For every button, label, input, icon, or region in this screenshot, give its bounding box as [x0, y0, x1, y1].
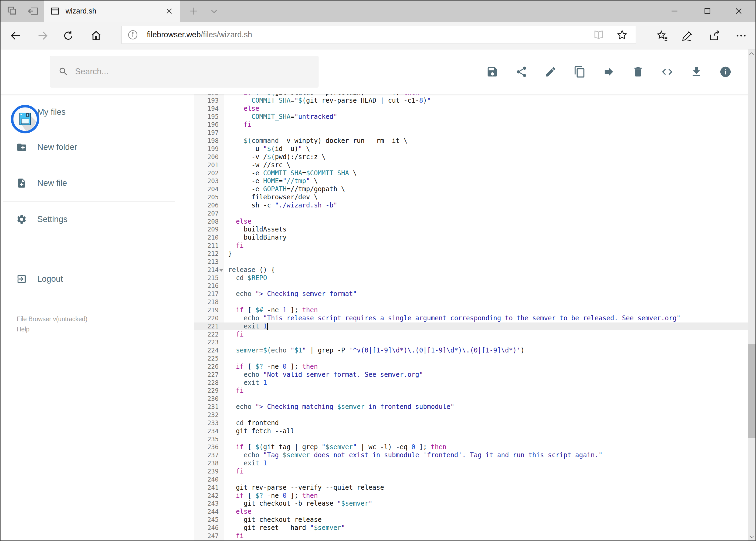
- fold-arrow-icon[interactable]: [219, 269, 223, 272]
- code-line-242[interactable]: 242 if [ $? -ne 0 ]; then: [194, 492, 748, 500]
- refresh-button[interactable]: [58, 22, 79, 49]
- search-bar[interactable]: Search...: [50, 56, 319, 88]
- code-line-215[interactable]: 215 cd $REPO: [194, 274, 748, 282]
- browser-tab[interactable]: wizard.sh: [44, 0, 180, 22]
- code-line-197[interactable]: 197: [194, 129, 748, 137]
- code-line-222[interactable]: 222 fi: [194, 330, 748, 339]
- code-line-225[interactable]: 225: [194, 355, 748, 363]
- code-line-201[interactable]: 201 -w //src \: [194, 161, 748, 169]
- more-options-button[interactable]: [730, 22, 752, 49]
- code-line-235[interactable]: 235: [194, 435, 748, 443]
- code-line-193[interactable]: 193 COMMIT_SHA="$(git rev-parse HEAD | c…: [194, 97, 748, 105]
- code-line-209[interactable]: 209 buildAssets: [194, 226, 748, 234]
- save-button[interactable]: [486, 66, 499, 78]
- move-button[interactable]: [603, 66, 615, 78]
- code-line-205[interactable]: 205 filebrowser/dev \: [194, 194, 748, 202]
- code-line-238[interactable]: 238 exit 1: [194, 459, 748, 467]
- code-line-240[interactable]: 240: [194, 476, 748, 484]
- code-line-199[interactable]: 199 -u "$(id -u)" \: [194, 145, 748, 153]
- sidebar-item-new-folder[interactable]: New folder: [0, 135, 175, 159]
- code-line-198[interactable]: 198 $(command -v winpty) docker run --rm…: [194, 137, 748, 145]
- code-line-211[interactable]: 211 fi: [194, 242, 748, 250]
- scroll-up-icon[interactable]: [748, 51, 755, 57]
- forward-button[interactable]: [32, 22, 54, 49]
- window-maximize-button[interactable]: [695, 0, 720, 22]
- code-line-220[interactable]: 220 echo "This release script requires a…: [194, 314, 748, 322]
- scroll-down-icon[interactable]: [748, 533, 755, 540]
- reading-view-icon[interactable]: [593, 29, 604, 41]
- url-bar[interactable]: filebrowser.web/files/wizard.sh: [122, 26, 636, 44]
- code-line-243[interactable]: 243 git checkout -b release "$semver": [194, 500, 748, 508]
- code-line-246[interactable]: 246 git reset --hard "$semver": [194, 524, 748, 532]
- code-line-207[interactable]: 207: [194, 210, 748, 218]
- code-line-214[interactable]: 214release () {: [194, 266, 748, 274]
- code-line-241[interactable]: 241 git rev-parse --verify --quiet relea…: [194, 484, 748, 492]
- site-info-icon[interactable]: [127, 29, 138, 41]
- favorites-hub-button[interactable]: [651, 22, 673, 49]
- line-number: 218: [194, 298, 219, 306]
- page-scrollbar[interactable]: [748, 49, 755, 541]
- code-line-226[interactable]: 226 if [ $? -ne 0 ]; then: [194, 363, 748, 371]
- web-note-button[interactable]: [677, 22, 698, 49]
- share-page-button[interactable]: [704, 22, 725, 49]
- code-line-194[interactable]: 194 else: [194, 105, 748, 113]
- home-button[interactable]: [85, 22, 107, 49]
- set-tabs-aside-button[interactable]: [25, 0, 42, 22]
- code-line-227[interactable]: 227 echo "Not valid semver format. See s…: [194, 371, 748, 379]
- sidebar-item-new-file[interactable]: New file: [0, 171, 175, 195]
- code-line-195[interactable]: 195 COMMIT_SHA="untracked": [194, 113, 748, 121]
- code-line-203[interactable]: 203 -e HOME="//tmp" \: [194, 177, 748, 185]
- code-line-202[interactable]: 202 -e COMMIT_SHA=$COMMIT_SHA \: [194, 169, 748, 178]
- share-button[interactable]: [515, 66, 528, 78]
- code-editor[interactable]: 192 if [ "$(git status --porcelain)" = "…: [194, 89, 748, 541]
- code-line-219[interactable]: 219 if [ $# -ne 1 ]; then: [194, 306, 748, 314]
- delete-button[interactable]: [632, 66, 644, 78]
- code-line-206[interactable]: 206 sh -c "./wizard.sh -b": [194, 202, 748, 210]
- code-line-236[interactable]: 236 if [ $(git tag | grep "$semver" | wc…: [194, 443, 748, 451]
- code-line-208[interactable]: 208 else: [194, 218, 748, 226]
- line-number: 221: [194, 322, 219, 330]
- tab-list-button[interactable]: [205, 0, 223, 22]
- code-line-237[interactable]: 237 echo "Tag $semver does not exist in …: [194, 451, 748, 459]
- code-line-244[interactable]: 244 else: [194, 508, 748, 516]
- code-line-239[interactable]: 239 fi: [194, 467, 748, 476]
- url-host: filebrowser.web: [147, 30, 201, 39]
- download-button[interactable]: [690, 66, 702, 78]
- code-line-234[interactable]: 234 git fetch --all: [194, 427, 748, 435]
- add-favorite-star-icon[interactable]: [616, 29, 628, 41]
- window-minimize-button[interactable]: [662, 0, 687, 22]
- tab-close-icon[interactable]: [165, 7, 173, 15]
- code-line-216[interactable]: 216: [194, 282, 748, 290]
- code-line-204[interactable]: 204 -e GOPATH=//tmp/gopath \: [194, 185, 748, 194]
- edit-button[interactable]: [544, 66, 557, 78]
- code-line-228[interactable]: 228 exit 1: [194, 379, 748, 387]
- window-close-button[interactable]: [727, 0, 751, 22]
- copy-button[interactable]: [574, 66, 586, 78]
- code-line-224[interactable]: 224 semver=$(echo "$1" | grep -P '^v(0|[…: [194, 346, 748, 355]
- code-line-229[interactable]: 229 fi: [194, 387, 748, 395]
- back-button[interactable]: [5, 22, 26, 49]
- code-line-217[interactable]: 217 echo "> Checking semver format": [194, 290, 748, 298]
- code-line-213[interactable]: 213: [194, 258, 748, 266]
- code-line-232[interactable]: 232: [194, 411, 748, 419]
- sidebar-item-logout[interactable]: Logout: [0, 267, 175, 291]
- info-button[interactable]: [719, 66, 732, 78]
- code-line-221[interactable]: 221 exit 1: [194, 322, 748, 330]
- code-line-230[interactable]: 230: [194, 395, 748, 403]
- switch-view-button[interactable]: [661, 66, 673, 78]
- code-line-196[interactable]: 196 fi: [194, 121, 748, 129]
- new-tab-button[interactable]: [184, 0, 203, 22]
- code-line-218[interactable]: 218: [194, 298, 748, 306]
- code-line-245[interactable]: 245 git checkout release: [194, 516, 748, 524]
- help-link[interactable]: Help: [17, 326, 29, 333]
- code-line-231[interactable]: 231 echo "> Checking matching $semver in…: [194, 403, 748, 411]
- scrollbar-thumb[interactable]: [748, 344, 755, 438]
- code-line-223[interactable]: 223: [194, 338, 748, 346]
- code-line-200[interactable]: 200 -v /$(pwd):/src:z \: [194, 153, 748, 161]
- code-line-210[interactable]: 210 buildBinary: [194, 234, 748, 242]
- code-line-247[interactable]: 247 fi: [194, 532, 748, 540]
- code-line-233[interactable]: 233 cd frontend: [194, 419, 748, 427]
- code-line-212[interactable]: 212}: [194, 250, 748, 258]
- sidebar-item-settings[interactable]: Settings: [0, 207, 175, 232]
- tab-preview-button[interactable]: [4, 0, 21, 22]
